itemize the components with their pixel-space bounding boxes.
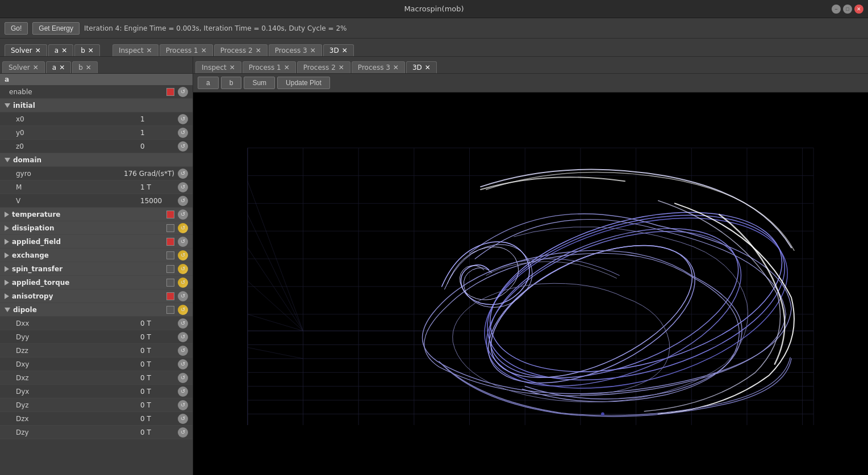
prop-reset-Dzx[interactable]: ↺: [178, 414, 188, 424]
tab-solver[interactable]: Solver ✕: [5, 44, 47, 56]
prop-reset-Dxz[interactable]: ↺: [178, 373, 188, 383]
inner-tab-process1[interactable]: Process 1 ✕: [243, 61, 296, 73]
tab-inspect[interactable]: Inspect ✕: [112, 44, 158, 56]
prop-reset-applied-field[interactable]: ↺: [178, 237, 188, 247]
prop-reset-dipole[interactable]: ↺: [178, 305, 188, 315]
prop-group-temperature[interactable]: temperature ↺: [0, 208, 193, 221]
left-tab-a[interactable]: a ✕: [46, 61, 71, 73]
prop-checkbox-applied-field[interactable]: [166, 238, 174, 246]
inner-tab-process1-label: Process 1: [249, 64, 281, 72]
prop-reset-Dyx[interactable]: ↺: [178, 386, 188, 397]
prop-checkbox-spin-transfer[interactable]: [166, 265, 174, 273]
prop-reset-y0[interactable]: ↺: [178, 128, 188, 138]
tab-solver-close[interactable]: ✕: [35, 47, 41, 54]
prop-checkbox-applied-torque[interactable]: [166, 279, 174, 287]
left-tab-b[interactable]: b ✕: [72, 61, 98, 73]
inner-tab-process3-close[interactable]: ✕: [393, 64, 399, 72]
prop-checkbox-temperature[interactable]: [166, 211, 174, 218]
prop-value-Dyx: 0 T: [140, 388, 174, 396]
get-energy-button[interactable]: Get Energy: [32, 22, 80, 35]
prop-group-applied-field[interactable]: applied_field ↺: [0, 235, 193, 249]
prop-checkbox-anisotropy[interactable]: [166, 292, 174, 300]
left-tab-solver[interactable]: Solver ✕: [2, 61, 45, 73]
prop-group-domain[interactable]: domain: [0, 153, 193, 167]
prop-reset-Dyz[interactable]: ↺: [178, 400, 188, 410]
prop-reset-Dzz[interactable]: ↺: [178, 346, 188, 356]
properties-panel[interactable]: enable ↺ initial x0 1 ↺ y0 1 ↺: [0, 85, 193, 475]
prop-checkbox-enable[interactable]: [166, 88, 174, 96]
tab-process2[interactable]: Process 2 ✕: [214, 44, 268, 56]
prop-reset-Dyy[interactable]: ↺: [178, 332, 188, 342]
svg-point-55: [601, 413, 604, 416]
prop-group-exchange[interactable]: exchange ↺: [0, 249, 193, 262]
tab-inspect-label: Inspect: [119, 47, 144, 54]
prop-reset-z0[interactable]: ↺: [178, 141, 188, 152]
prop-reset-Dzy[interactable]: ↺: [178, 427, 188, 438]
tab-process1-close[interactable]: ✕: [201, 47, 207, 54]
prop-reset-spin-transfer[interactable]: ↺: [178, 264, 188, 274]
minimize-button[interactable]: −: [832, 5, 841, 14]
tab-a-left[interactable]: a ✕: [48, 44, 73, 56]
top-tab-bar: Solver ✕ a ✕ b ✕ Inspect ✕ Process 1 ✕ P…: [0, 39, 868, 57]
left-tab-bar: Solver ✕ a ✕ b ✕: [0, 57, 193, 74]
tab-3d[interactable]: 3D ✕: [323, 44, 354, 56]
prop-group-applied-torque[interactable]: applied_torque ↺: [0, 276, 193, 289]
prop-value-Dxy: 0 T: [140, 360, 174, 368]
prop-value-Dzz: 0 T: [140, 347, 174, 355]
inner-tab-process2[interactable]: Process 2 ✕: [297, 61, 350, 73]
inner-tab-inspect-label: Inspect: [202, 64, 227, 72]
maximize-button[interactable]: □: [843, 5, 852, 14]
plot-btn-a[interactable]: a: [198, 77, 219, 89]
tab-inspect-close[interactable]: ✕: [147, 47, 152, 54]
inner-tab-process2-close[interactable]: ✕: [339, 64, 344, 72]
prop-reset-anisotropy[interactable]: ↺: [178, 291, 188, 301]
plot-area[interactable]: [193, 93, 868, 475]
prop-reset-exchange[interactable]: ↺: [178, 250, 188, 260]
prop-reset-enable[interactable]: ↺: [178, 87, 188, 97]
inner-tab-3d[interactable]: 3D ✕: [406, 61, 437, 73]
prop-value-Dyy: 0 T: [140, 333, 174, 341]
left-tab-b-close[interactable]: ✕: [86, 64, 91, 72]
plot-btn-update[interactable]: Update Plot: [277, 77, 330, 89]
tab-process1[interactable]: Process 1 ✕: [160, 44, 213, 56]
prop-checkbox-dissipation[interactable]: [166, 224, 174, 232]
tab-b-left[interactable]: b ✕: [74, 44, 100, 56]
prop-group-anisotropy[interactable]: anisotropy ↺: [0, 289, 193, 303]
plot-btn-sum[interactable]: Sum: [244, 77, 275, 89]
window-title: Macrospin(mob): [404, 5, 464, 13]
prop-row-Dxx: Dxx 0 T ↺: [0, 317, 193, 330]
prop-reset-dissipation[interactable]: ↺: [178, 223, 188, 233]
close-button[interactable]: ✕: [854, 5, 863, 14]
tab-process2-close[interactable]: ✕: [256, 47, 261, 54]
prop-group-initial[interactable]: initial: [0, 99, 193, 112]
inner-tab-inspect[interactable]: Inspect ✕: [195, 61, 241, 73]
prop-reset-gyro[interactable]: ↺: [178, 169, 188, 179]
prop-reset-applied-torque[interactable]: ↺: [178, 278, 188, 288]
plot-btn-b[interactable]: b: [221, 77, 242, 89]
tab-process3[interactable]: Process 3 ✕: [269, 44, 322, 56]
left-tab-solver-close[interactable]: ✕: [33, 64, 39, 72]
prop-reset-temperature[interactable]: ↺: [178, 209, 188, 220]
prop-checkbox-dipole[interactable]: [166, 306, 174, 314]
tab-process3-close[interactable]: ✕: [310, 47, 316, 54]
prop-reset-x0[interactable]: ↺: [178, 114, 188, 124]
inner-tab-process1-close[interactable]: ✕: [284, 64, 290, 72]
inner-tab-bar: Inspect ✕ Process 1 ✕ Process 2 ✕ Proces…: [193, 57, 868, 74]
prop-reset-Dxy[interactable]: ↺: [178, 359, 188, 369]
prop-group-spin-transfer[interactable]: spin_transfer ↺: [0, 262, 193, 276]
prop-group-dipole[interactable]: dipole ↺: [0, 303, 193, 317]
go-button[interactable]: Go!: [5, 22, 28, 35]
tab-a-close[interactable]: ✕: [61, 47, 67, 54]
prop-value-x0: 1: [140, 115, 174, 123]
prop-reset-M[interactable]: ↺: [178, 182, 188, 192]
prop-group-dissipation[interactable]: dissipation ↺: [0, 221, 193, 235]
inner-tab-inspect-close[interactable]: ✕: [229, 64, 235, 72]
prop-checkbox-exchange[interactable]: [166, 251, 174, 259]
prop-reset-Dxx[interactable]: ↺: [178, 318, 188, 329]
prop-reset-V[interactable]: ↺: [178, 196, 188, 206]
tab-3d-close[interactable]: ✕: [342, 47, 348, 54]
left-tab-a-close[interactable]: ✕: [59, 64, 65, 72]
inner-tab-process3[interactable]: Process 3 ✕: [352, 61, 405, 73]
tab-b-close[interactable]: ✕: [88, 47, 94, 54]
inner-tab-3d-close[interactable]: ✕: [425, 64, 431, 72]
